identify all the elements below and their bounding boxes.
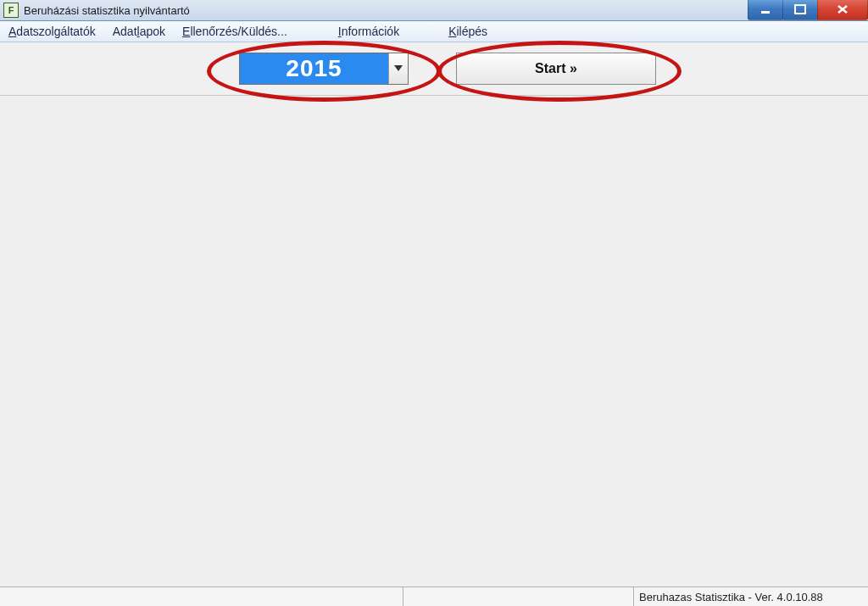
minimize-icon bbox=[760, 4, 771, 14]
start-button[interactable]: Start » bbox=[456, 53, 656, 85]
menu-adatlapok[interactable]: Adatlapok bbox=[104, 22, 174, 41]
menu-adatszolgaltatok[interactable]: Adatszolgáltatók bbox=[0, 22, 104, 41]
maximize-button[interactable] bbox=[782, 0, 818, 20]
year-dropdown-arrow[interactable] bbox=[388, 53, 408, 84]
svg-marker-4 bbox=[394, 65, 403, 71]
menu-informaciok[interactable]: Információk bbox=[330, 22, 408, 41]
window-title: Beruházási statisztika nyilvántartó bbox=[24, 4, 190, 17]
app-icon: F bbox=[3, 3, 19, 18]
svg-rect-1 bbox=[795, 5, 805, 14]
window-controls bbox=[748, 0, 868, 20]
year-dropdown[interactable]: 2015 bbox=[239, 53, 409, 85]
app-window: F Beruházási statisztika nyilvántartó bbox=[0, 0, 868, 606]
menubar: Adatszolgáltatók Adatlapok Ellenőrzés/Kü… bbox=[0, 21, 868, 42]
toolbar: 2015 Start » bbox=[0, 42, 868, 96]
status-version: Beruhazas Statisztika - Ver. 4.0.10.88 bbox=[634, 591, 868, 603]
statusbar: Beruhazas Statisztika - Ver. 4.0.10.88 bbox=[0, 587, 868, 606]
app-icon-letter: F bbox=[8, 5, 14, 15]
close-icon bbox=[836, 3, 849, 15]
menu-ellenorzes-kuldes[interactable]: Ellenőrzés/Küldés... bbox=[174, 22, 296, 41]
menu-kilepes[interactable]: Kilépés bbox=[440, 22, 496, 41]
year-value: 2015 bbox=[240, 53, 388, 84]
status-pane-2 bbox=[403, 587, 634, 606]
svg-rect-0 bbox=[761, 11, 770, 14]
chevron-down-icon bbox=[394, 65, 403, 72]
titlebar: F Beruházási statisztika nyilvántartó bbox=[0, 0, 868, 21]
start-button-label: Start » bbox=[535, 61, 577, 76]
status-pane-1 bbox=[0, 587, 403, 606]
minimize-button[interactable] bbox=[748, 0, 783, 20]
main-content bbox=[0, 96, 868, 587]
close-button[interactable] bbox=[817, 0, 868, 20]
maximize-icon bbox=[794, 4, 806, 14]
